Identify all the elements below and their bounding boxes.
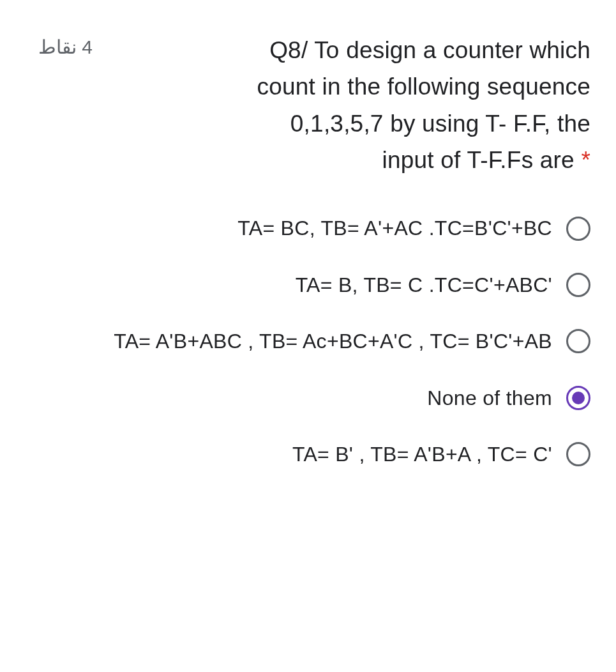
q-line1: Q8/ To design a counter which	[269, 37, 590, 63]
question-header: Q8/ To design a counter which count in t…	[38, 32, 590, 178]
question-block: Q8/ To design a counter which count in t…	[38, 32, 590, 469]
option-4[interactable]: TA= B' , TB= A'B+A , TC= C'	[51, 439, 590, 469]
option-label: TA= BC, TB= A'+AC .TC=B'C'+BC	[51, 213, 552, 243]
q-line3: 0,1,3,5,7 by using T- F.F, the	[290, 111, 590, 137]
option-2[interactable]: TA= A'B+ABC , TB= Ac+BC+A'C , TC= B'C'+A…	[51, 326, 590, 356]
option-label: TA= B, TB= C .TC=C'+ABC'	[51, 270, 552, 300]
radio-icon	[566, 329, 590, 353]
option-0[interactable]: TA= BC, TB= A'+AC .TC=B'C'+BC	[51, 213, 590, 243]
option-3[interactable]: None of them	[51, 383, 590, 413]
points-badge: 4 نقاط	[38, 32, 93, 58]
radio-icon	[566, 217, 590, 241]
option-label: TA= A'B+ABC , TB= Ac+BC+A'C , TC= B'C'+A…	[51, 326, 552, 356]
radio-icon	[566, 442, 590, 466]
required-asterisk: *	[581, 147, 590, 173]
options-group: TA= BC, TB= A'+AC .TC=B'C'+BC TA= B, TB=…	[38, 213, 590, 469]
option-1[interactable]: TA= B, TB= C .TC=C'+ABC'	[51, 270, 590, 300]
radio-icon	[566, 273, 590, 297]
q-line2: count in the following sequence	[257, 73, 590, 100]
q-line4: input of T-F.Fs are	[382, 147, 575, 173]
question-text: Q8/ To design a counter which count in t…	[105, 32, 590, 178]
option-label: None of them	[51, 383, 552, 413]
radio-icon-selected	[566, 386, 590, 410]
option-label: TA= B' , TB= A'B+A , TC= C'	[51, 439, 552, 469]
